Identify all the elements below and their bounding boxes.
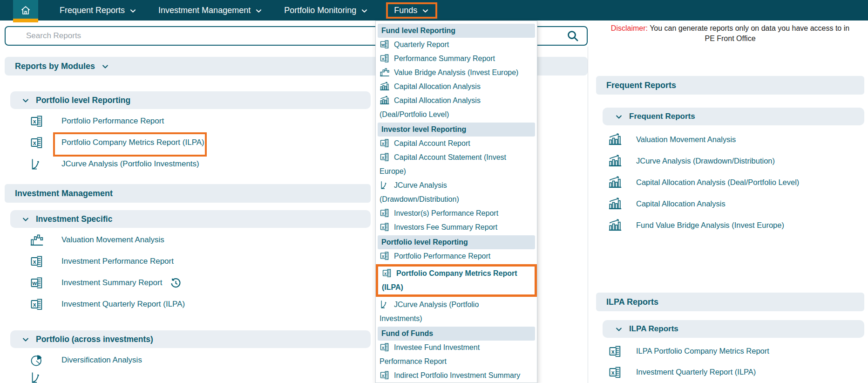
report-link-label: Capital Allocation Analysis [394,82,481,90]
report-link-label: Quarterly Report [394,41,449,48]
report-link-row[interactable]: xInvestment Quarterly Report (ILPA) [5,294,371,315]
report-link-label: Capital Allocation Analysis [636,199,726,208]
dropdown-item[interactable]: xCapital Account Statement (Invest Europ… [378,150,535,178]
dropdown-item[interactable]: xPortfolio Performance Report [378,249,535,263]
nav-item-investment-management[interactable]: Investment Management [158,6,263,15]
section-header-portfolio-across-investments[interactable]: Portfolio (across investments) [10,330,371,348]
home-tab[interactable] [13,0,38,21]
history-icon[interactable] [170,277,182,289]
report-link-label: Portfolio Performance Report [61,116,164,126]
bar-chart-arrow-icon [608,218,622,232]
nav-item-portfolio-monitoring[interactable]: Portfolio Monitoring [284,6,368,15]
module-header-label: Investment Management [15,189,113,198]
report-link-label: Investment Quarterly Report (ILPA) [636,368,756,376]
report-link-label: Investors Fee Summary Report [394,223,497,231]
report-link-row-clipped[interactable] [5,368,371,383]
dropdown-item[interactable]: Capital Allocation Analysis [378,80,535,94]
dropdown-item[interactable]: xInvestor(s) Performance Report [378,206,535,220]
section-header-label: Investment Specific [36,214,112,224]
report-link-label: Portfolio Company Metrics Report (ILPA) [61,138,204,147]
section-header-ilpa-reports[interactable]: ILPA Reports [603,320,864,338]
module-header-frequent-reports: Frequent Reports [596,76,864,95]
section-items: Valuation Movement AnalysisxInvestment P… [5,229,371,315]
excel-file-icon: x [30,297,44,311]
report-link-row[interactable]: Fund Value Bridge Analysis (Invest Europ… [596,214,864,236]
excel-file-icon: x [380,222,390,232]
chevron-down-icon [421,7,429,15]
module-header-ilpa-reports: ILPA Reports [596,293,864,311]
excel-file-icon: x [608,344,622,358]
dropdown-item[interactable]: xPortfolio Company Metrics Report (ILPA) [376,264,537,297]
report-link-label: JCurve Analysis (Drawdown/Distribution) [380,181,459,203]
chevron-down-icon [615,325,623,334]
section-header-label: ILPA Reports [629,324,678,334]
report-link-label: Investor(s) Performance Report [394,209,498,217]
report-link-row[interactable]: xInvestment Quarterly Report (ILPA) [596,362,864,383]
section-header-frequent-reports[interactable]: Frequent Reports [603,108,864,125]
section-items: xILPA Portfolio Company Metrics ReportxI… [596,341,864,383]
report-link-row[interactable]: JCurve Analysis (Portfolio Investments) [5,153,371,175]
report-link-label: Indirect Portfolio Investment Summary Re… [380,371,520,383]
bar-chart-arrow-icon [608,197,622,211]
report-link-row[interactable]: xInvestment Performance Report [5,251,371,272]
report-link-label: Investment Summary Report [61,278,162,287]
disclaimer-line1: You can generate reports only on data yo… [648,24,849,32]
dropdown-item[interactable]: xPerformance Summary Report [378,52,535,66]
nav-item-label: Investment Management [158,6,251,15]
report-link-row[interactable]: xPortfolio Performance Report [5,110,371,132]
dropdown-item[interactable]: JCurve Analysis (Portfolio Investments) [378,298,535,326]
section-items: Valuation Movement AnalysisJCurve Analys… [596,129,864,236]
report-link-row[interactable]: JCurve Analysis (Drawdown/Distribution) [596,150,864,171]
dropdown-item[interactable]: xInvestors Fee Summary Report [378,220,535,234]
bar-chart-arrow-icon [608,175,622,189]
search-icon[interactable] [566,29,579,42]
dropdown-item[interactable]: Value Bridge Analysis (Invest Europe) [378,66,535,80]
module-header-label: Frequent Reports [606,81,676,90]
excel-file-icon: x [380,208,390,218]
chevron-down-icon [21,335,30,344]
dropdown-item[interactable]: xIndirect Portfolio Investment Summary R… [378,369,535,383]
nav-item-label: Frequent Reports [60,6,125,15]
dropdown-group-header: Fund level Reporting [378,24,535,38]
report-link-label: Investee Fund Investment Performance Rep… [380,343,480,365]
report-link-row[interactable]: xPortfolio Company Metrics Report (ILPA) [5,132,371,153]
excel-file-icon: x [608,365,622,379]
dropdown-item[interactable]: xCapital Account Report [378,137,535,150]
report-link-row[interactable]: Valuation Movement Analysis [5,229,371,251]
excel-file-icon: x [380,53,390,63]
waterfall-chart-icon [380,67,390,77]
dropdown-item[interactable]: xInvestee Fund Investment Performance Re… [378,341,535,369]
section-header-label: Portfolio (across investments) [36,335,153,344]
nav-item-label: Funds [394,6,417,15]
report-link-row[interactable]: xILPA Portfolio Company Metrics Report [596,341,864,362]
svg-text:x: x [33,259,36,265]
excel-file-icon: x [382,268,392,278]
report-link-label: Fund Value Bridge Analysis (Invest Europ… [636,221,784,230]
panel-divider [588,47,588,383]
nav-item-label: Portfolio Monitoring [284,6,356,15]
report-link-label: Capital Account Report [394,139,470,147]
nav-item-funds[interactable]: Funds [386,2,437,19]
chevron-down-icon [360,7,368,15]
report-link-label: Performance Summary Report [394,55,495,62]
pie-chart-icon [30,353,44,367]
report-link-label: JCurve Analysis (Portfolio Investments) [61,159,199,169]
nav-item-frequent-reports[interactable]: Frequent Reports [60,6,137,15]
section-header-label: Portfolio level Reporting [36,96,130,105]
section-header-portfolio-level-reporting[interactable]: Portfolio level Reporting [10,91,371,109]
dropdown-item[interactable]: JCurve Analysis (Drawdown/Distribution) [378,178,535,206]
report-link-row[interactable]: Valuation Movement Analysis [596,129,864,150]
report-link-row[interactable]: Capital Allocation Analysis (Deal/Portfo… [596,171,864,193]
report-link-label: Value Bridge Analysis (Invest Europe) [394,68,518,76]
report-link-row[interactable]: Capital Allocation Analysis [596,193,864,214]
report-link-label: Portfolio Company Metrics Report (ILPA) [382,269,517,291]
report-link-row[interactable]: wInvestment Summary Report [5,272,371,294]
dropdown-item[interactable]: wQuarterly Report [378,38,535,52]
excel-file-icon: x [380,138,390,148]
report-link-label: Capital Allocation Analysis (Deal/Portfo… [380,96,481,118]
svg-text:x: x [33,118,36,125]
jcurve-icon [380,299,390,309]
dropdown-item[interactable]: Capital Allocation Analysis (Deal/Portfo… [378,94,535,122]
funds-dropdown-menu: Fund level ReportingwQuarterly ReportxPe… [375,21,537,383]
section-header-investment-specific[interactable]: Investment Specific [10,210,371,228]
